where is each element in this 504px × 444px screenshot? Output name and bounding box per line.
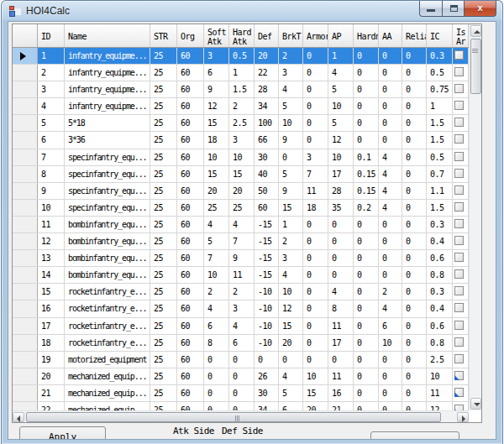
column-header-is-ar[interactable]: Is Ar — [453, 24, 469, 47]
grid-cell[interactable]: 1 — [38, 48, 65, 64]
grid-cell[interactable]: 60 — [177, 132, 204, 148]
grid-cell[interactable]: 60 — [177, 368, 204, 384]
grid-cell[interactable]: -15 — [255, 267, 279, 283]
is-armor-checkbox[interactable] — [454, 303, 464, 312]
table-row[interactable]: 10specinfantry_equ...25602525601518350.2… — [13, 200, 469, 217]
grid-cell[interactable]: 60 — [177, 318, 204, 334]
grid-cell[interactable]: 0 — [354, 402, 379, 410]
grid-cell[interactable]: 0 — [402, 98, 427, 114]
grid-cell[interactable]: 25 — [150, 98, 177, 114]
grid-cell[interactable]: 15 — [38, 284, 65, 300]
grid-cell[interactable]: 60 — [177, 98, 204, 114]
grid-cell[interactable]: 0 — [402, 48, 427, 64]
grid-cell[interactable]: 60 — [255, 200, 279, 216]
grid-cell[interactable]: 4 — [204, 300, 229, 316]
grid-cell[interactable]: 0 — [379, 352, 402, 368]
grid-cell[interactable]: 0 — [303, 48, 328, 64]
grid-cell[interactable]: 25 — [150, 318, 177, 334]
grid-cell[interactable]: 0 — [402, 149, 427, 165]
grid-cell[interactable]: 0 — [379, 98, 402, 114]
grid-cell[interactable]: 0 — [402, 402, 427, 410]
grid-cell[interactable]: 0 — [379, 81, 402, 97]
grid-cell[interactable]: 4 — [328, 65, 354, 81]
grid-cell[interactable]: 20 — [303, 402, 328, 410]
grid-cell[interactable]: 0 — [303, 284, 328, 300]
grid-cell[interactable]: 0 — [402, 385, 427, 401]
grid-cell[interactable]: specinfantry_equ... — [65, 183, 150, 199]
grid-cell[interactable]: 1.1 — [427, 183, 453, 199]
checkbox-cell[interactable] — [453, 217, 469, 232]
grid-cell[interactable]: 0 — [379, 48, 402, 64]
grid-cell[interactable]: 6 — [379, 318, 402, 334]
row-header-cell[interactable] — [13, 81, 38, 97]
grid-cell[interactable]: 0 — [354, 335, 379, 351]
grid-cell[interactable]: 0 — [303, 81, 328, 97]
table-row[interactable]: 8specinfantry_equ...256015154057170.1540… — [13, 166, 469, 183]
grid-cell[interactable]: 100 — [255, 115, 279, 131]
grid-cell[interactable]: 10 — [328, 98, 354, 114]
grid-cell[interactable]: 0 — [354, 300, 379, 316]
grid-cell[interactable]: 0 — [303, 352, 328, 368]
grid-cell[interactable]: 4 — [379, 149, 402, 165]
table-row[interactable]: 11bombinfantry_equ...256044-151000000.3 — [13, 217, 469, 233]
column-header-hardn[interactable]: Hardn — [354, 24, 379, 47]
grid-cell[interactable]: 0 — [379, 368, 402, 384]
grid-cell[interactable]: mechanized_equip... — [65, 402, 150, 410]
table-row[interactable]: 13bombinfantry_equ...256079-153000000.6 — [13, 250, 469, 267]
checkbox-cell[interactable] — [453, 267, 469, 283]
grid-cell[interactable]: 0 — [402, 115, 427, 131]
grid-cell[interactable]: 25 — [150, 300, 177, 316]
grid-cell[interactable]: 0 — [379, 385, 402, 401]
grid-cell[interactable]: 0.2 — [354, 200, 379, 216]
grid-cell[interactable]: 4 — [229, 217, 255, 232]
grid-cell[interactable]: 12 — [279, 300, 303, 316]
column-header-ap[interactable]: AP — [328, 24, 354, 47]
table-row[interactable]: 15rocketinfantry_e...256022-1010040200.3 — [13, 284, 469, 300]
column-header-name[interactable]: Name — [65, 24, 150, 47]
checkbox-cell[interactable] — [453, 250, 469, 266]
grid-cell[interactable]: 0 — [303, 65, 328, 81]
grid-cell[interactable]: 4 — [204, 217, 229, 232]
grid-cell[interactable]: 25 — [150, 368, 177, 384]
is-armor-checkbox[interactable] — [454, 236, 464, 245]
grid-cell[interactable]: 25 — [150, 166, 177, 182]
grid-cell[interactable]: specinfantry_equ... — [65, 149, 150, 165]
checkbox-cell[interactable] — [453, 402, 469, 410]
grid-cell[interactable]: 4 — [279, 267, 303, 283]
grid-cell[interactable]: 12 — [204, 98, 229, 114]
column-header-str[interactable]: STR — [150, 24, 177, 47]
grid-cell[interactable]: 25 — [150, 149, 177, 165]
table-row[interactable]: 19motorized_equipment25600000000002.5 — [13, 352, 469, 368]
grid-cell[interactable]: 10 — [328, 149, 354, 165]
grid-cell[interactable]: 25 — [150, 335, 177, 351]
grid-cell[interactable]: 25 — [150, 200, 177, 216]
grid-cell[interactable]: 21 — [328, 402, 354, 410]
grid-cell[interactable]: 1.5 — [427, 200, 453, 216]
grid-cell[interactable]: 0 — [354, 115, 379, 131]
row-header-cell[interactable] — [13, 318, 38, 334]
grid-cell[interactable]: 4 — [379, 200, 402, 216]
grid-cell[interactable]: 0 — [279, 352, 303, 368]
grid-cell[interactable]: 18 — [204, 132, 229, 148]
column-header-hard-atk[interactable]: Hard Atk — [229, 24, 255, 47]
checkbox-cell[interactable] — [453, 300, 469, 316]
grid-cell[interactable]: 8 — [38, 166, 65, 182]
grid-cell[interactable]: 0 — [328, 217, 354, 232]
grid-cell[interactable]: 0.5 — [427, 65, 453, 81]
grid-cell[interactable]: 25 — [150, 352, 177, 368]
grid-cell[interactable]: 9 — [204, 81, 229, 97]
grid-cell[interactable]: 25 — [150, 233, 177, 249]
row-header-cell[interactable] — [13, 183, 38, 199]
grid-cell[interactable]: 0 — [328, 267, 354, 283]
grid-cell[interactable]: 35 — [328, 200, 354, 216]
grid-cell[interactable]: 21 — [38, 385, 65, 401]
grid-cell[interactable]: 28 — [328, 183, 354, 199]
checkbox-cell[interactable] — [453, 335, 469, 351]
table-row[interactable]: 7specinfantry_equ...256010103003100.1400… — [13, 149, 469, 166]
grid-cell[interactable]: 0 — [255, 352, 279, 368]
grid-cell[interactable]: 0 — [229, 368, 255, 384]
grid-cell[interactable]: 0.4 — [427, 300, 453, 316]
column-header-relia[interactable]: Relia — [402, 24, 427, 47]
checkbox-cell[interactable] — [453, 318, 469, 334]
grid-cell[interactable]: 0 — [402, 368, 427, 384]
